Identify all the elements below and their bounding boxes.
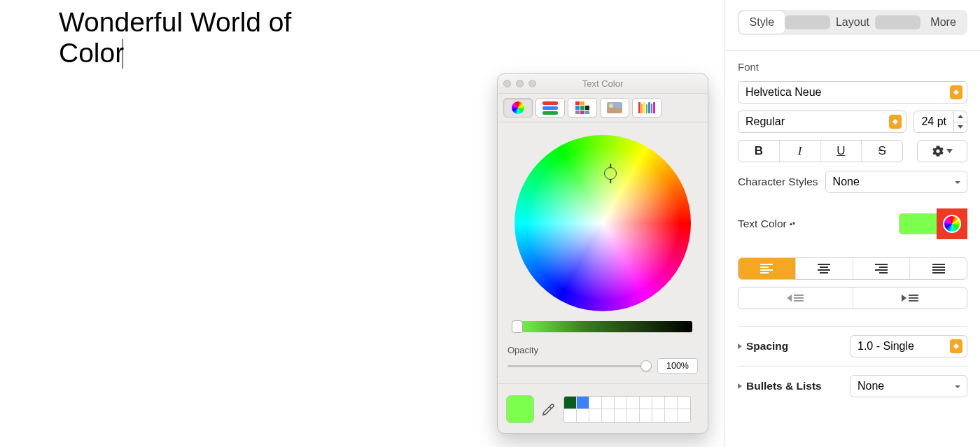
tab-layout[interactable]: Layout (830, 11, 876, 34)
recent-color-empty[interactable] (564, 409, 577, 422)
recent-colors-grid[interactable] (564, 396, 691, 423)
text-align-group (738, 257, 967, 280)
align-center-button[interactable] (796, 258, 853, 279)
mode-palettes[interactable] (568, 98, 597, 118)
chevron-down-icon (953, 175, 962, 189)
recent-color-empty[interactable] (615, 409, 627, 422)
text-color-label[interactable]: Text Color ▴▾ (738, 218, 795, 230)
bullets-disclosure[interactable]: Bullets & Lists (738, 380, 822, 392)
character-styles-value: None (833, 176, 860, 188)
font-style-select[interactable]: Regular (738, 111, 906, 133)
align-right-button[interactable] (853, 258, 911, 279)
recent-color-empty[interactable] (589, 397, 602, 409)
opacity-label: Opacity (507, 345, 698, 355)
recent-color-empty[interactable] (627, 397, 640, 409)
bullets-value: None (858, 380, 884, 392)
recent-color-empty[interactable] (678, 409, 690, 422)
strikethrough-button[interactable]: S (862, 141, 902, 162)
recent-color-empty[interactable] (678, 397, 690, 409)
font-size-value: 24 pt (914, 111, 953, 132)
recent-color-empty[interactable] (640, 397, 652, 409)
align-left-button[interactable] (738, 258, 796, 279)
sliders-icon (542, 101, 558, 115)
mode-color-wheel[interactable] (503, 98, 533, 118)
underline-button[interactable]: U (821, 141, 862, 162)
recent-color-empty[interactable] (589, 409, 602, 422)
align-justify-icon (932, 264, 945, 274)
spacing-disclosure[interactable]: Spacing (738, 340, 788, 353)
chevron-updown-icon (950, 339, 962, 353)
close-button[interactable] (503, 80, 511, 87)
color-picker-title: Text Color (582, 78, 624, 89)
font-family-select[interactable]: Helvetica Neue (738, 81, 967, 104)
picker-footer (498, 383, 708, 433)
color-wheel-icon (943, 215, 961, 233)
font-size-field[interactable]: 24 pt (913, 111, 967, 133)
text-color-swatch[interactable] (899, 213, 937, 234)
recent-color-empty[interactable] (665, 409, 678, 422)
chevron-updown-icon (889, 115, 902, 129)
tab-style[interactable]: Style (739, 11, 785, 34)
chevron-updown-icon (950, 85, 962, 99)
advanced-options-button[interactable] (917, 140, 967, 162)
font-family-value: Helvetica Neue (746, 86, 822, 99)
character-styles-select[interactable]: None (825, 171, 967, 193)
bold-button[interactable]: B (738, 141, 780, 162)
recent-color-empty[interactable] (640, 409, 652, 422)
chevron-down-icon (946, 149, 953, 153)
pencils-icon (638, 102, 655, 113)
bullets-select[interactable]: None (850, 375, 967, 397)
decrease-indent-button[interactable] (738, 288, 853, 308)
spacing-select[interactable]: 1.0 - Single (850, 335, 967, 357)
color-wheel-button[interactable] (937, 208, 967, 239)
decrease-indent-icon (787, 295, 804, 301)
opacity-section: Opacity 100% (498, 338, 708, 374)
recent-color-1[interactable] (564, 397, 577, 409)
italic-button[interactable]: I (780, 141, 821, 162)
recent-color-2[interactable] (577, 397, 589, 409)
opacity-slider[interactable] (507, 365, 652, 367)
text-style-group: B I U S (738, 140, 903, 162)
color-wheel-area (498, 122, 708, 338)
stepper-down[interactable] (954, 122, 967, 133)
eyedropper-icon[interactable] (541, 402, 556, 417)
divider (725, 50, 980, 51)
stepper-up[interactable] (954, 111, 967, 122)
opacity-value-field[interactable]: 100% (657, 358, 698, 374)
brightness-slider[interactable] (513, 321, 692, 332)
recent-color-empty[interactable] (602, 397, 615, 409)
tab-more[interactable]: More (920, 11, 966, 34)
brightness-knob[interactable] (512, 320, 523, 333)
recent-color-empty[interactable] (652, 397, 665, 409)
color-wheel-cursor[interactable] (604, 167, 617, 180)
color-picker-titlebar[interactable]: Text Color (498, 74, 708, 94)
mode-pencils[interactable] (632, 98, 662, 118)
mode-sliders[interactable] (536, 98, 565, 118)
chevron-down-icon (953, 379, 962, 393)
indent-group (738, 287, 967, 309)
zoom-button[interactable] (528, 80, 536, 87)
increase-indent-icon (902, 295, 918, 301)
gear-icon (932, 145, 944, 157)
color-mode-tabs (498, 94, 708, 122)
recent-color-empty[interactable] (665, 397, 678, 409)
document-text-content: Wonderful World of Color (59, 7, 291, 68)
opacity-knob[interactable] (640, 360, 652, 371)
spacing-row: Spacing 1.0 - Single (738, 326, 967, 366)
document-text[interactable]: Wonderful World of Color (59, 7, 363, 69)
color-wheel[interactable] (514, 135, 691, 311)
current-color-swatch[interactable] (506, 395, 534, 423)
align-justify-button[interactable] (910, 258, 967, 279)
font-style-value: Regular (746, 115, 785, 128)
align-right-icon (875, 264, 888, 274)
recent-color-empty[interactable] (652, 409, 665, 422)
recent-color-empty[interactable] (615, 397, 627, 409)
mode-image[interactable] (600, 98, 629, 118)
color-picker-window[interactable]: Text Color Opacity 100% (497, 73, 708, 434)
palette-icon (575, 101, 589, 114)
recent-color-empty[interactable] (577, 409, 589, 422)
recent-color-empty[interactable] (602, 409, 615, 422)
minimize-button[interactable] (516, 80, 524, 87)
recent-color-empty[interactable] (627, 409, 640, 422)
increase-indent-button[interactable] (853, 288, 967, 308)
